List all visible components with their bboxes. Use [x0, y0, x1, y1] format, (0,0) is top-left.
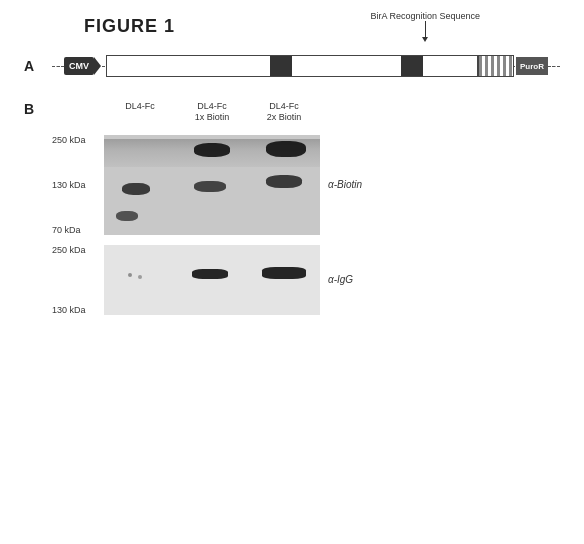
panel-b-label: B	[24, 101, 52, 117]
igg-band-col2	[192, 269, 228, 279]
col-header-2: DL4-Fc1x Biotin	[176, 101, 248, 123]
biotin-ladder-250: 250 kDa	[52, 135, 104, 145]
biotin-ladder-130: 130 kDa	[52, 180, 104, 190]
igg-band-col1-dot2	[138, 275, 142, 279]
panel-a: A BirA Recognition Sequence CMV	[24, 55, 560, 77]
col-header-3: DL4-Fc2x Biotin	[248, 101, 320, 123]
biotin-blot-image	[104, 135, 320, 235]
band-col3-250	[266, 141, 306, 157]
orf-box	[106, 55, 478, 77]
igg-ladder-labels: 250 kDa 130 kDa	[52, 245, 104, 315]
biotin-blot-label: α-Biotin	[328, 179, 362, 190]
panel-a-label: A	[24, 58, 52, 74]
right-dash	[548, 66, 560, 67]
col-header-3-text: DL4-Fc2x Biotin	[267, 101, 302, 122]
construct-diagram: BirA Recognition Sequence CMV	[52, 55, 560, 77]
band-col3-130	[266, 175, 302, 188]
construct-elements: CMV PuroR	[52, 55, 560, 77]
igg-band-col1-dot1	[128, 273, 132, 277]
puror-label: PuroR	[520, 62, 544, 71]
igg-blot-row: 250 kDa 130 kDa α-IgG	[52, 245, 560, 315]
igg-ladder-250: 250 kDa	[52, 245, 104, 255]
band-col2-130	[194, 181, 226, 192]
biotin-ladder-70: 70 kDa	[52, 225, 104, 235]
page: FIGURE 1 A BirA Recognition Sequence CMV	[0, 0, 584, 544]
panel-b-content: DL4-Fc DL4-Fc1x Biotin DL4-Fc2x Biotin 2…	[52, 101, 560, 315]
band-col2-250	[194, 143, 230, 157]
puror-box: PuroR	[516, 57, 548, 75]
panel-b: B DL4-Fc DL4-Fc1x Biotin DL4-Fc2x Biotin…	[24, 101, 560, 315]
band-col1-70	[116, 211, 138, 221]
igg-ladder-130: 130 kDa	[52, 305, 104, 315]
bira-arrow	[425, 21, 426, 37]
igg-band-col3	[262, 267, 306, 279]
filled-block-1	[270, 56, 292, 76]
col-header-1-text: DL4-Fc	[125, 101, 155, 111]
biotin-blot-row: 250 kDa 130 kDa 70 kDa	[52, 135, 560, 235]
cmv-label: CMV	[69, 61, 89, 71]
igg-blot-image	[104, 245, 320, 315]
igg-blot-bg	[104, 245, 320, 315]
col-header-2-text: DL4-Fc1x Biotin	[195, 101, 230, 122]
bira-annotation-label: BirA Recognition Sequence	[370, 11, 480, 21]
igg-blot-label: α-IgG	[328, 274, 353, 285]
band-col1-130	[122, 183, 150, 195]
biotin-ladder-labels: 250 kDa 130 kDa 70 kDa	[52, 135, 104, 235]
col-header-1: DL4-Fc	[104, 101, 176, 123]
figure-title: FIGURE 1	[84, 16, 560, 37]
filled-block-2	[401, 56, 423, 76]
col-headers: DL4-Fc DL4-Fc1x Biotin DL4-Fc2x Biotin	[104, 101, 560, 123]
left-dash	[52, 66, 64, 67]
cmv-box: CMV	[64, 57, 94, 75]
bira-box	[478, 55, 514, 77]
